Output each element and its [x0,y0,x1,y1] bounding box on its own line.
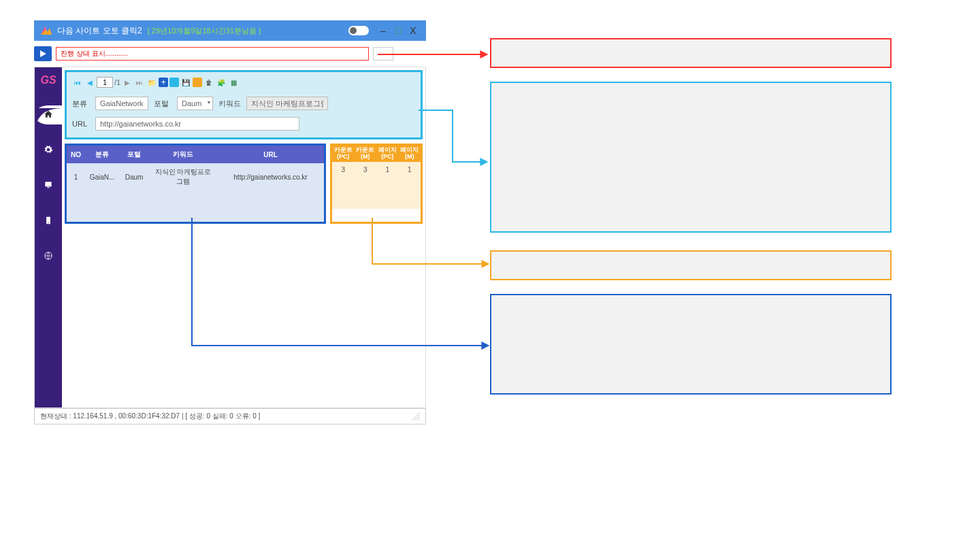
last-page-icon[interactable]: ⏭ [134,77,145,88]
excel-icon[interactable]: ▦ [228,77,239,88]
portal-select[interactable]: Daum [177,97,213,110]
tables-wrap: NO 분류 포털 키워드 URL 1 GaiaN... Daum 지식인 마케 [65,144,423,224]
svg-point-3 [48,222,48,223]
portal-label: 포털 [154,99,172,109]
settings-panel: ⏮ ◀ /1 ▶ ⏭ 📁 + 💾 🗑 🧩 ▦ 분류 [65,70,423,139]
keyword-label: 키워드 [218,99,241,109]
table-row[interactable]: 3 3 1 1 [332,162,421,178]
gs-logo: GS [40,74,56,86]
nav-device-1[interactable] [39,176,58,195]
category-label: 분류 [72,99,90,109]
tool-orange-icon[interactable] [193,78,202,87]
callout-red [490,38,892,68]
theme-toggle[interactable] [348,26,369,35]
col-count-m[interactable]: 카운트(M) [355,146,377,162]
table-row[interactable]: 1 GaiaN... Daum 지식인 마케팅프로그램 http://gaian… [67,163,324,190]
col-portal[interactable]: 포털 [119,146,149,163]
resize-grip-icon[interactable] [412,412,420,420]
statusbar-text: 현재상태 : 112.164.51.9 , 00:60:3D:1F4:32:D7… [40,412,260,421]
col-page-pc[interactable]: 페이지(PC) [376,146,399,162]
maximize-button[interactable]: □ [391,23,406,38]
form-row-1: 분류 포털 Daum 키워드 [72,97,415,110]
callout-orange [490,250,892,280]
url-label: URL [72,120,90,128]
puzzle-icon[interactable]: 🧩 [216,77,227,88]
next-page-icon[interactable]: ▶ [122,77,133,88]
content-area: ⏮ ◀ /1 ▶ ⏭ 📁 + 💾 🗑 🧩 ▦ 분류 [62,67,425,407]
minimize-button[interactable]: – [376,23,391,38]
status-row [34,41,426,67]
delete-icon[interactable]: 🗑 [203,77,214,88]
nav-device-2[interactable] [39,212,58,231]
main-area: GS ⏮ ◀ [34,67,426,408]
col-url[interactable]: URL [217,146,324,163]
col-page-m[interactable]: 페이지(M) [399,146,421,162]
callout-cyan [490,82,892,233]
titlebar: 다음 사이트 오토 클릭2 [ 29년10개월9일18시간31분남음 ] – □… [34,20,426,41]
app-title: 다음 사이트 오토 클릭2 [57,25,142,37]
page-total-label: /1 [114,78,120,86]
main-table: NO 분류 포털 키워드 URL 1 GaiaN... Daum 지식인 마케 [65,144,326,224]
app-logo-icon [39,24,53,37]
form-row-2: URL [72,117,415,131]
close-button[interactable]: X [406,23,421,38]
keyword-input[interactable] [246,97,328,110]
pager-toolbar: ⏮ ◀ /1 ▶ ⏭ 📁 + 💾 🗑 🧩 ▦ [72,75,415,90]
col-no[interactable]: NO [67,146,85,163]
callout-blue [490,294,892,395]
monitor-icon [44,180,53,191]
arrow-cyan [419,109,493,170]
folder-icon[interactable]: 📁 [146,77,157,88]
stats-table: 카운트(PC) 카운트(M) 페이지(PC) 페이지(M) 3 3 1 1 [330,144,423,224]
page-current-input[interactable] [97,77,113,88]
prev-page-icon[interactable]: ◀ [84,77,95,88]
sidebar-curve-decor [35,108,62,135]
app-window: 다음 사이트 오토 클릭2 [ 29년10개월9일18시간31분남음 ] – □… [34,20,426,424]
svg-rect-0 [45,182,51,186]
mobile-icon [44,216,53,227]
url-input[interactable] [95,117,299,131]
gear-icon [44,145,53,156]
statusbar: 현재상태 : 112.164.51.9 , 00:60:3D:1F4:32:D7… [34,408,426,424]
sidebar: GS [35,67,62,407]
add-icon[interactable]: + [159,78,168,87]
first-page-icon[interactable]: ⏮ [72,77,83,88]
nav-settings[interactable] [39,141,58,160]
empty-area [62,224,425,407]
col-category[interactable]: 분류 [85,146,119,163]
col-keyword[interactable]: 키워드 [149,146,217,163]
remaining-time: [ 29년10개월9일18시간31분남음 ] [148,26,261,36]
nav-globe[interactable] [39,247,58,266]
svg-rect-1 [47,187,50,188]
save-icon[interactable]: 💾 [180,77,191,88]
category-input[interactable] [95,97,148,110]
play-button[interactable] [34,46,52,61]
status-extra-box [373,47,393,61]
list-icon[interactable] [169,78,179,87]
globe-icon [44,251,53,262]
col-count-pc[interactable]: 카운트(PC) [332,146,355,162]
progress-status-field[interactable] [56,47,369,61]
